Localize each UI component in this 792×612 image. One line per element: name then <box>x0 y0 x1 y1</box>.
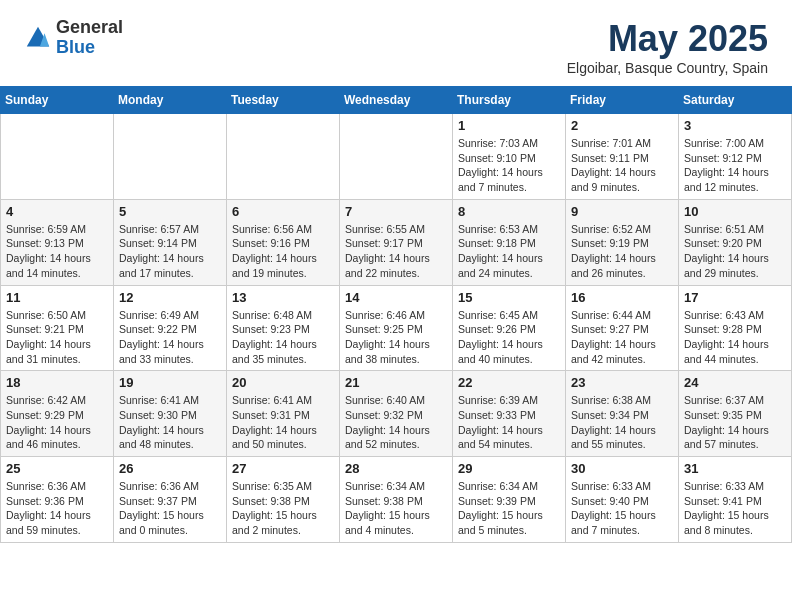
calendar-day-cell: 23Sunrise: 6:38 AM Sunset: 9:34 PM Dayli… <box>566 371 679 457</box>
calendar-day-cell: 19Sunrise: 6:41 AM Sunset: 9:30 PM Dayli… <box>114 371 227 457</box>
day-info: Sunrise: 6:39 AM Sunset: 9:33 PM Dayligh… <box>458 393 560 452</box>
day-number: 18 <box>6 375 108 390</box>
calendar-day-cell: 25Sunrise: 6:36 AM Sunset: 9:36 PM Dayli… <box>1 457 114 543</box>
calendar-day-cell: 14Sunrise: 6:46 AM Sunset: 9:25 PM Dayli… <box>340 285 453 371</box>
calendar-day-cell: 31Sunrise: 6:33 AM Sunset: 9:41 PM Dayli… <box>679 457 792 543</box>
day-info: Sunrise: 6:45 AM Sunset: 9:26 PM Dayligh… <box>458 308 560 367</box>
calendar-day-cell: 22Sunrise: 6:39 AM Sunset: 9:33 PM Dayli… <box>453 371 566 457</box>
day-info: Sunrise: 6:42 AM Sunset: 9:29 PM Dayligh… <box>6 393 108 452</box>
weekday-header-sunday: Sunday <box>1 87 114 114</box>
day-info: Sunrise: 6:34 AM Sunset: 9:39 PM Dayligh… <box>458 479 560 538</box>
day-number: 9 <box>571 204 673 219</box>
weekday-header-wednesday: Wednesday <box>340 87 453 114</box>
calendar-day-cell: 11Sunrise: 6:50 AM Sunset: 9:21 PM Dayli… <box>1 285 114 371</box>
day-info: Sunrise: 6:33 AM Sunset: 9:40 PM Dayligh… <box>571 479 673 538</box>
day-number: 10 <box>684 204 786 219</box>
day-info: Sunrise: 7:01 AM Sunset: 9:11 PM Dayligh… <box>571 136 673 195</box>
day-number: 7 <box>345 204 447 219</box>
day-number: 2 <box>571 118 673 133</box>
calendar-day-cell: 10Sunrise: 6:51 AM Sunset: 9:20 PM Dayli… <box>679 199 792 285</box>
day-number: 25 <box>6 461 108 476</box>
subtitle: Elgoibar, Basque Country, Spain <box>567 60 768 76</box>
day-info: Sunrise: 7:03 AM Sunset: 9:10 PM Dayligh… <box>458 136 560 195</box>
day-number: 13 <box>232 290 334 305</box>
weekday-header-thursday: Thursday <box>453 87 566 114</box>
day-info: Sunrise: 6:36 AM Sunset: 9:36 PM Dayligh… <box>6 479 108 538</box>
day-info: Sunrise: 6:41 AM Sunset: 9:30 PM Dayligh… <box>119 393 221 452</box>
calendar-day-cell: 15Sunrise: 6:45 AM Sunset: 9:26 PM Dayli… <box>453 285 566 371</box>
day-number: 8 <box>458 204 560 219</box>
calendar-day-cell: 2Sunrise: 7:01 AM Sunset: 9:11 PM Daylig… <box>566 114 679 200</box>
calendar-day-cell: 30Sunrise: 6:33 AM Sunset: 9:40 PM Dayli… <box>566 457 679 543</box>
day-number: 22 <box>458 375 560 390</box>
day-number: 24 <box>684 375 786 390</box>
calendar-day-cell: 17Sunrise: 6:43 AM Sunset: 9:28 PM Dayli… <box>679 285 792 371</box>
weekday-header-saturday: Saturday <box>679 87 792 114</box>
main-title: May 2025 <box>567 18 768 60</box>
day-number: 3 <box>684 118 786 133</box>
day-info: Sunrise: 6:56 AM Sunset: 9:16 PM Dayligh… <box>232 222 334 281</box>
logo-general-text: General <box>56 18 123 38</box>
calendar-day-cell: 24Sunrise: 6:37 AM Sunset: 9:35 PM Dayli… <box>679 371 792 457</box>
day-number: 1 <box>458 118 560 133</box>
day-number: 23 <box>571 375 673 390</box>
day-number: 20 <box>232 375 334 390</box>
calendar-day-cell: 9Sunrise: 6:52 AM Sunset: 9:19 PM Daylig… <box>566 199 679 285</box>
calendar-day-cell: 8Sunrise: 6:53 AM Sunset: 9:18 PM Daylig… <box>453 199 566 285</box>
day-number: 31 <box>684 461 786 476</box>
day-number: 28 <box>345 461 447 476</box>
day-number: 16 <box>571 290 673 305</box>
calendar-day-cell: 28Sunrise: 6:34 AM Sunset: 9:38 PM Dayli… <box>340 457 453 543</box>
day-number: 17 <box>684 290 786 305</box>
calendar-day-cell: 1Sunrise: 7:03 AM Sunset: 9:10 PM Daylig… <box>453 114 566 200</box>
day-info: Sunrise: 6:36 AM Sunset: 9:37 PM Dayligh… <box>119 479 221 538</box>
calendar-week-row: 11Sunrise: 6:50 AM Sunset: 9:21 PM Dayli… <box>1 285 792 371</box>
day-number: 19 <box>119 375 221 390</box>
calendar-day-cell: 18Sunrise: 6:42 AM Sunset: 9:29 PM Dayli… <box>1 371 114 457</box>
day-info: Sunrise: 6:40 AM Sunset: 9:32 PM Dayligh… <box>345 393 447 452</box>
empty-cell <box>114 114 227 200</box>
calendar-day-cell: 29Sunrise: 6:34 AM Sunset: 9:39 PM Dayli… <box>453 457 566 543</box>
calendar-day-cell: 16Sunrise: 6:44 AM Sunset: 9:27 PM Dayli… <box>566 285 679 371</box>
calendar-day-cell: 20Sunrise: 6:41 AM Sunset: 9:31 PM Dayli… <box>227 371 340 457</box>
weekday-header-monday: Monday <box>114 87 227 114</box>
day-info: Sunrise: 6:41 AM Sunset: 9:31 PM Dayligh… <box>232 393 334 452</box>
weekday-header-row: SundayMondayTuesdayWednesdayThursdayFrid… <box>1 87 792 114</box>
day-info: Sunrise: 6:48 AM Sunset: 9:23 PM Dayligh… <box>232 308 334 367</box>
empty-cell <box>227 114 340 200</box>
day-info: Sunrise: 6:51 AM Sunset: 9:20 PM Dayligh… <box>684 222 786 281</box>
logo: General Blue <box>24 18 123 58</box>
page-header: General Blue May 2025 Elgoibar, Basque C… <box>0 0 792 86</box>
calendar-day-cell: 13Sunrise: 6:48 AM Sunset: 9:23 PM Dayli… <box>227 285 340 371</box>
day-number: 12 <box>119 290 221 305</box>
weekday-header-friday: Friday <box>566 87 679 114</box>
calendar-week-row: 25Sunrise: 6:36 AM Sunset: 9:36 PM Dayli… <box>1 457 792 543</box>
calendar-day-cell: 3Sunrise: 7:00 AM Sunset: 9:12 PM Daylig… <box>679 114 792 200</box>
day-number: 26 <box>119 461 221 476</box>
calendar-day-cell: 6Sunrise: 6:56 AM Sunset: 9:16 PM Daylig… <box>227 199 340 285</box>
calendar-table: SundayMondayTuesdayWednesdayThursdayFrid… <box>0 86 792 543</box>
day-info: Sunrise: 6:53 AM Sunset: 9:18 PM Dayligh… <box>458 222 560 281</box>
calendar-week-row: 18Sunrise: 6:42 AM Sunset: 9:29 PM Dayli… <box>1 371 792 457</box>
logo-icon <box>24 24 52 52</box>
title-block: May 2025 Elgoibar, Basque Country, Spain <box>567 18 768 76</box>
day-info: Sunrise: 6:38 AM Sunset: 9:34 PM Dayligh… <box>571 393 673 452</box>
day-info: Sunrise: 6:52 AM Sunset: 9:19 PM Dayligh… <box>571 222 673 281</box>
day-info: Sunrise: 6:34 AM Sunset: 9:38 PM Dayligh… <box>345 479 447 538</box>
day-number: 5 <box>119 204 221 219</box>
day-info: Sunrise: 6:57 AM Sunset: 9:14 PM Dayligh… <box>119 222 221 281</box>
day-info: Sunrise: 6:46 AM Sunset: 9:25 PM Dayligh… <box>345 308 447 367</box>
day-info: Sunrise: 6:55 AM Sunset: 9:17 PM Dayligh… <box>345 222 447 281</box>
day-info: Sunrise: 6:35 AM Sunset: 9:38 PM Dayligh… <box>232 479 334 538</box>
weekday-header-tuesday: Tuesday <box>227 87 340 114</box>
day-info: Sunrise: 6:44 AM Sunset: 9:27 PM Dayligh… <box>571 308 673 367</box>
day-number: 11 <box>6 290 108 305</box>
day-number: 6 <box>232 204 334 219</box>
day-number: 27 <box>232 461 334 476</box>
day-number: 30 <box>571 461 673 476</box>
day-number: 15 <box>458 290 560 305</box>
calendar-week-row: 4Sunrise: 6:59 AM Sunset: 9:13 PM Daylig… <box>1 199 792 285</box>
calendar-day-cell: 7Sunrise: 6:55 AM Sunset: 9:17 PM Daylig… <box>340 199 453 285</box>
day-info: Sunrise: 6:50 AM Sunset: 9:21 PM Dayligh… <box>6 308 108 367</box>
day-info: Sunrise: 7:00 AM Sunset: 9:12 PM Dayligh… <box>684 136 786 195</box>
